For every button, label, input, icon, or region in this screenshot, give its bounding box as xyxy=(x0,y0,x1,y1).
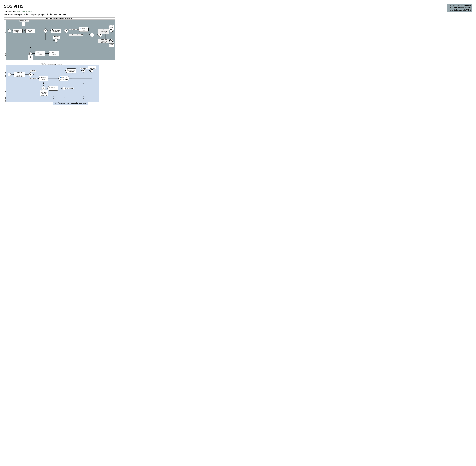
envelope-icon: ✉ xyxy=(49,52,50,53)
task-validacao-castas: 👤 Validação de castas xyxy=(79,27,89,32)
lane-label-pn3-drap: DRAP xyxy=(4,84,6,97)
user-icon: 👤 xyxy=(60,77,61,78)
label-sem-interesse: parcela sem interesse de prospeção xyxy=(98,39,109,43)
label-agendamento-catch: Agendamento xyxy=(66,88,74,89)
label-lte1980: Ano de plantação <= 1980 xyxy=(69,34,83,36)
subtitle-prefix: Desafio 2: xyxy=(4,10,15,13)
event-listagem-catch xyxy=(29,52,32,55)
envelope-icon: ✉ xyxy=(39,77,40,78)
lane-label-pn3-porvid: PORVID xyxy=(4,65,6,84)
label-nao-concedido: Não concedido xyxy=(29,78,37,79)
task-confirmar: 👤 Confirmar agendamento xyxy=(59,76,69,81)
gateway-parallel-1: + xyxy=(44,29,47,33)
header: SOS VITIS Desafio 2: Novo Processo Ferra… xyxy=(4,4,472,16)
event-gateway-icon xyxy=(43,87,44,89)
lane-label-pn3-viticultor: Viticultor xyxy=(4,97,6,102)
task-notificar-drap-pn3-label: Notificar DRAP xyxy=(39,77,48,80)
task-agendar: ✉ Agendar visita às vinhas xyxy=(66,69,76,73)
lane-pn3-drap-text: DRAP xyxy=(4,88,6,92)
task-listagem-parcelas: Listagem de parcelas ||| xyxy=(13,29,23,33)
description: Ferramenta de apoio à decisão para prosp… xyxy=(4,13,66,16)
envelope-icon: ✉ xyxy=(26,29,27,31)
envelope-icon xyxy=(29,53,31,54)
pool-pn2: PN2. Decisão sobre parcelas a prospetar … xyxy=(4,18,115,60)
task-verificar-label: Verificar consentimento partilha informa… xyxy=(14,72,24,77)
lane-label-drap: DRAP xyxy=(4,48,6,60)
task-notificar-viticultores: ✉ Notificar viticultores xyxy=(48,86,58,91)
label-notificacao-drap: Notificação DRAP xyxy=(53,36,60,39)
event-agendamento-catch xyxy=(62,87,66,90)
task-validacao-parcela: Validação da parcela ↻ xyxy=(35,51,45,56)
task-notificar-drap: ✉ Notificar DRAP xyxy=(25,29,35,33)
task-validacao-ano-label: Validação ano plantação xyxy=(52,30,60,32)
lane-pn3-drap: DRAP Necessário identificar e contactar … xyxy=(4,84,99,97)
user-icon: 👤 xyxy=(79,27,81,29)
label-necessario: Necessário identificar e contactar vitic… xyxy=(40,90,48,96)
lane-pn3-porvid-text: PORVID xyxy=(4,72,6,77)
pool-pn3-title: PN3. Agendamento de prospeção xyxy=(4,63,99,65)
label-parcelas-com-interesse: Parcelas com interesse xyxy=(109,25,114,30)
document-icon: 🗎 xyxy=(14,72,16,74)
lane-pn3-viticultor: Viticultor xyxy=(4,97,99,102)
pool-pn3: PN3. Agendamento de prospeção PORVID xyxy=(4,63,99,102)
end-event-pn3 xyxy=(90,69,93,72)
lane-pn3-viticultor-text: Viticultor xyxy=(4,97,6,102)
data-registos-icon xyxy=(22,22,25,26)
lane-label-porvid-text: PORVID xyxy=(4,32,6,36)
gateway-exclusive-1: ✕ xyxy=(65,29,68,33)
subtitle: Desafio 2: Novo Processo xyxy=(4,10,66,13)
subtitle-green: Novo Processo xyxy=(15,10,32,13)
label-concluido: Agendamento concluido xyxy=(89,66,96,69)
gateway-consent: ✕ xyxy=(29,73,32,76)
lane-pn2-porvid: PORVID xyxy=(4,20,115,48)
task-validacao-ano: 🗎 Validação ano plantação xyxy=(51,29,61,33)
label-com-interesse: parcela com interesse de prospeção xyxy=(98,29,109,34)
end-event-sem-interesse xyxy=(110,39,113,42)
lane-label-drap-text: DRAP xyxy=(4,52,6,56)
label-concedido: Concedido xyxy=(30,70,36,72)
lane-pn2-drap: DRAP Listagem de parcelas Validação da p… xyxy=(4,48,115,60)
envelope-icon xyxy=(55,40,57,41)
pool-pn2-title: PN2. Decisão sobre parcelas a prospetar xyxy=(4,18,115,20)
start-event-pn2 xyxy=(8,29,11,33)
envelope-icon: ✉ xyxy=(49,86,50,88)
cancel-icon xyxy=(110,40,112,42)
task-notificar-drap-label: Notificar DRAP xyxy=(26,30,34,32)
start-event-pn3 xyxy=(8,73,11,76)
task-notificar-drap-pn3: ✉ Notificar DRAP xyxy=(39,76,48,81)
document-icon: 🗎 xyxy=(52,29,53,31)
task-notificar-viticultores-label: Notificar viticultores xyxy=(49,87,57,90)
loop-marker-icon: ↻ xyxy=(40,54,41,56)
task-agendar-label: Agendar visita às vinhas xyxy=(67,69,76,72)
label-listagem-catch: Listagem de parcelas xyxy=(28,55,33,60)
task-notificar-porvid-label: Notificar PORVID xyxy=(49,52,58,55)
envelope-icon xyxy=(83,70,84,71)
note-2a: 2a - Analisar a informação descritiva so… xyxy=(447,4,472,12)
label-parcelas-sem-interesse: Parcelas sem interesse xyxy=(109,43,114,47)
data-registos-label: Registos PORVID xyxy=(20,20,29,22)
multi-instance-marker-icon: ||| xyxy=(17,32,18,33)
gateway-parallel-2: + xyxy=(90,33,94,36)
envelope-icon: ✉ xyxy=(67,69,68,70)
lane-pn3-porvid: PORVID 🗎 xyxy=(4,65,99,84)
label-agendamento-throw: Agendamento xyxy=(80,68,88,69)
task-verificar: 🗎 Verificar consentimento partilha infor… xyxy=(14,72,25,77)
gateway-eventbased xyxy=(42,87,45,90)
lane-label-porvid: PORVID xyxy=(4,20,6,48)
task-notificar-porvid: ✉ Notificar PORVID xyxy=(49,51,59,56)
page-title: SOS VITIS xyxy=(4,4,66,9)
envelope-icon xyxy=(63,88,65,89)
event-notificacao-drap xyxy=(55,39,58,42)
end-event-com-interesse xyxy=(110,29,113,33)
event-agendamento-throw xyxy=(82,69,85,72)
